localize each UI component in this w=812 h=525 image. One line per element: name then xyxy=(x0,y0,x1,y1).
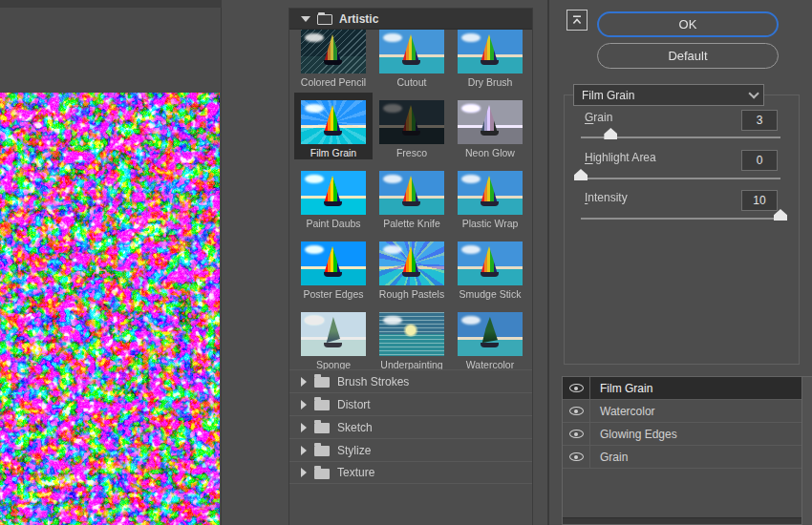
sailboat-sail xyxy=(324,34,341,60)
filter-thumbnail-image xyxy=(458,30,523,74)
slider-label: Grain xyxy=(585,111,612,124)
chevron-down-icon xyxy=(748,88,759,98)
sailboat-sail xyxy=(481,105,498,131)
effect-layer-row[interactable]: Glowing Edges xyxy=(563,423,801,446)
filter-thumbnail[interactable]: Film Grain xyxy=(294,93,373,159)
filter-thumbnail-label: Film Grain xyxy=(310,147,356,158)
layers-scrollbar[interactable] xyxy=(802,376,812,525)
filter-thumbnail-label: Palette Knife xyxy=(383,218,440,229)
filter-thumbnail-image xyxy=(379,30,444,74)
category-row[interactable]: Sketch xyxy=(289,415,532,438)
effect-layer-row[interactable]: Grain xyxy=(563,446,801,469)
ok-button[interactable]: OK xyxy=(597,11,779,37)
filter-thumbnail[interactable]: Fresco xyxy=(373,93,451,159)
effect-layer-label: Watercolor xyxy=(590,400,801,422)
sailboat-sail xyxy=(402,246,419,272)
filter-thumbnail[interactable]: Colored Pencil xyxy=(294,22,373,89)
film-grain-noise xyxy=(0,93,220,525)
filter-thumbnail-image xyxy=(458,100,523,144)
sailboat-sail xyxy=(481,317,498,343)
effect-layer-row[interactable]: Film Grain xyxy=(563,377,801,400)
visibility-toggle[interactable] xyxy=(563,400,590,422)
filter-thumbnail[interactable]: Smudge Stick xyxy=(451,234,529,301)
sailboat-sail xyxy=(402,176,419,201)
category-row[interactable]: Texture xyxy=(289,461,532,484)
slider-value-field[interactable]: 10 xyxy=(741,190,778,211)
eye-icon xyxy=(569,430,584,438)
filter-dropdown-value: Film Grain xyxy=(582,89,634,102)
sailboat-hull xyxy=(481,131,499,136)
filter-thumbnail-label: Poster Edges xyxy=(303,288,363,300)
sailboat-hull xyxy=(481,60,499,65)
default-button-label: Default xyxy=(668,49,707,63)
slider-value-field[interactable]: 3 xyxy=(741,110,778,131)
sailboat-hull xyxy=(481,272,499,277)
folder-icon xyxy=(314,469,330,479)
filter-thumbnail-image xyxy=(301,312,366,356)
slider-value-field[interactable]: 0 xyxy=(741,150,778,171)
triangle-down-icon xyxy=(301,16,310,22)
filter-thumbnail[interactable]: Dry Brush xyxy=(451,22,529,89)
filter-thumbnail[interactable]: Palette Knife xyxy=(373,163,451,230)
sailboat-sail xyxy=(324,317,341,343)
sailboat-sail xyxy=(324,246,341,272)
sailboat-sail xyxy=(324,105,341,131)
filter-thumbnail-label: Plastic Wrap xyxy=(462,218,519,229)
filter-thumbnail-image xyxy=(458,242,523,285)
folder-icon xyxy=(314,400,330,410)
double-chevron-up-icon xyxy=(571,14,583,26)
effect-layer-label: Grain xyxy=(590,446,801,468)
filter-thumbnail[interactable]: Poster Edges xyxy=(294,234,373,301)
category-row[interactable]: Brush Strokes xyxy=(289,369,532,392)
visibility-toggle[interactable] xyxy=(563,377,590,399)
category-row[interactable]: Distort xyxy=(289,392,532,415)
filter-thumbnail-label: Smudge Stick xyxy=(459,288,522,300)
filter-thumbnail[interactable]: Paint Daubs xyxy=(294,163,373,230)
sailboat-hull xyxy=(402,201,420,206)
visibility-toggle[interactable] xyxy=(563,446,590,468)
sailboat-hull xyxy=(402,131,420,136)
sailboat-hull xyxy=(324,131,342,136)
slider-track[interactable] xyxy=(581,178,780,179)
panel-separator xyxy=(547,0,549,525)
filter-thumbnail-label: Neon Glow xyxy=(465,147,515,158)
filter-thumbnail-image xyxy=(379,171,444,215)
filter-thumbnail-image xyxy=(458,312,523,356)
slider-track[interactable] xyxy=(581,218,780,220)
sailboat-sail xyxy=(481,176,498,201)
triangle-right-icon xyxy=(301,446,307,455)
sailboat-sail xyxy=(402,324,419,337)
sailboat-hull xyxy=(324,343,342,347)
category-row-label: Sketch xyxy=(337,421,373,434)
default-button[interactable]: Default xyxy=(597,43,779,69)
category-row[interactable]: Stylize xyxy=(289,438,532,461)
ok-button-label: OK xyxy=(679,17,697,32)
filter-thumbnail-label: Dry Brush xyxy=(468,76,513,88)
sailboat-sail xyxy=(481,246,498,272)
filter-thumbnail[interactable]: Rough Pastels xyxy=(373,234,451,301)
effect-layer-label: Film Grain xyxy=(590,377,801,399)
effect-layer-row[interactable]: Watercolor xyxy=(563,400,801,423)
filter-thumbnail-label: Rough Pastels xyxy=(379,288,444,300)
filter-thumbnail-image xyxy=(379,100,444,144)
layers-list-footer xyxy=(563,517,801,524)
sailboat-sail xyxy=(402,105,419,131)
filter-thumbnail[interactable]: Sponge xyxy=(294,304,373,371)
filter-thumbnail[interactable]: Watercolor xyxy=(451,304,529,371)
eye-icon xyxy=(569,407,584,415)
triangle-right-icon xyxy=(301,468,307,477)
eye-icon xyxy=(569,452,584,461)
collapse-thumbnails-button[interactable] xyxy=(566,10,588,31)
sailboat-hull xyxy=(402,272,420,277)
filter-dropdown[interactable]: Film Grain xyxy=(573,84,764,106)
filter-thumbnail[interactable]: Neon Glow xyxy=(451,93,529,159)
preview-image[interactable] xyxy=(0,93,220,525)
filter-thumbnail[interactable]: Cutout xyxy=(373,22,451,89)
filter-thumbnail-image xyxy=(301,100,366,144)
filter-thumbnail-label: Fresco xyxy=(396,147,427,158)
filter-thumbnail[interactable]: Plastic Wrap xyxy=(451,163,529,230)
visibility-toggle[interactable] xyxy=(563,423,590,445)
filter-thumbnail[interactable]: Underpainting xyxy=(373,304,451,371)
category-row-label: Distort xyxy=(337,398,371,411)
sailboat-hull xyxy=(481,201,499,206)
